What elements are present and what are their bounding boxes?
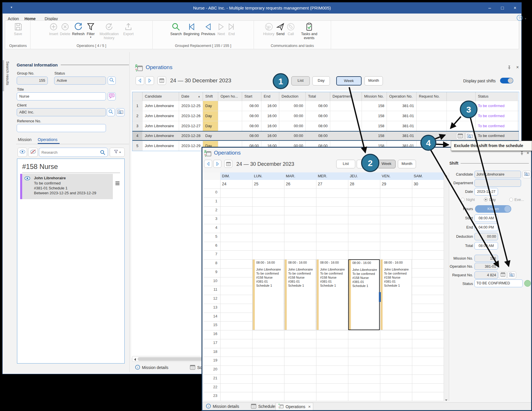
deduction-field[interactable]: 00:00 bbox=[474, 233, 498, 240]
search-results-collapsed-tab[interactable]: Search results bbox=[5, 61, 10, 85]
help-icon[interactable]: ? bbox=[516, 15, 523, 21]
ribbon-button-refresh[interactable]: Refresh bbox=[71, 22, 86, 37]
row-exclude-schedule-button[interactable] bbox=[466, 132, 474, 140]
calendar-picker-button[interactable] bbox=[157, 76, 166, 85]
result-card[interactable]: John Librehoraire To be confirmed #381-0… bbox=[20, 174, 113, 199]
table-row[interactable]: 2John Librehoraire2023-12-26Day08:0016:0… bbox=[132, 111, 519, 121]
maximize-button[interactable]: □ bbox=[496, 3, 509, 14]
status-search-button[interactable] bbox=[108, 77, 116, 85]
calendar-event[interactable]: 08:00 - 16:00John LibrehoraireTo be conf… bbox=[348, 259, 380, 330]
calendar-event[interactable]: 08:00 - 16:00John LibrehoraireTo be conf… bbox=[380, 259, 412, 330]
view-button-month[interactable]: Month bbox=[364, 76, 383, 85]
eye-icon[interactable] bbox=[24, 176, 31, 182]
show-button[interactable] bbox=[18, 148, 27, 157]
request-no-field[interactable]: 4 824 bbox=[474, 271, 498, 279]
minimize-button[interactable]: – bbox=[483, 3, 496, 14]
column-header-candidate[interactable]: Candidate bbox=[142, 92, 179, 101]
row-calendar-button[interactable] bbox=[456, 132, 464, 140]
date-field[interactable]: 2023-12-27 bbox=[474, 188, 498, 195]
ribbon-button-filter[interactable]: Filter▾ bbox=[86, 22, 96, 39]
filter-dropdown-button[interactable]: ▾ bbox=[110, 148, 125, 157]
column-header-mission-no-[interactable]: Mission No. bbox=[362, 92, 387, 101]
column-header-operation-no-[interactable]: Operation No. bbox=[387, 92, 417, 101]
request-calendar-button[interactable] bbox=[499, 271, 507, 279]
title-field[interactable]: Nurse bbox=[17, 92, 106, 100]
client-field[interactable]: ABC Inc. bbox=[17, 108, 106, 116]
group-no-field[interactable]: 155 bbox=[17, 77, 48, 85]
hide-button[interactable] bbox=[28, 148, 38, 157]
scroll-down-icon[interactable] bbox=[445, 397, 448, 403]
search-results-scrollbar[interactable] bbox=[3, 60, 4, 91]
view-button-week[interactable]: Week bbox=[377, 160, 396, 168]
pin-icon[interactable] bbox=[507, 65, 512, 71]
research-input[interactable] bbox=[39, 148, 108, 157]
column-header-blank[interactable] bbox=[447, 92, 476, 101]
next-period-button[interactable] bbox=[145, 76, 154, 85]
display-past-shifts-toggle[interactable] bbox=[500, 78, 513, 83]
column-header-department[interactable]: Department bbox=[330, 92, 362, 101]
column-header-end[interactable]: End bbox=[261, 92, 279, 101]
request-open-button[interactable] bbox=[508, 271, 516, 279]
ribbon-button-tasks-and-events[interactable]: Tasks and events bbox=[296, 22, 322, 41]
status-field[interactable]: Active bbox=[54, 77, 106, 85]
total-field[interactable]: 08:00 AM bbox=[474, 242, 498, 250]
status-field[interactable]: TO BE CONFIRMED bbox=[474, 279, 523, 287]
bottom-tab-schedules[interactable]: Schedules bbox=[248, 403, 279, 410]
client-open-button[interactable] bbox=[116, 108, 125, 116]
calendar-picker-button[interactable] bbox=[224, 160, 232, 168]
column-header-open-ho-[interactable]: Open ho... bbox=[218, 92, 242, 101]
candidate-field[interactable]: John Librehoraire bbox=[474, 171, 521, 178]
reference-no-field[interactable] bbox=[17, 124, 106, 132]
drag-handle-icon[interactable] bbox=[115, 181, 120, 187]
prev-period-button[interactable] bbox=[136, 76, 144, 85]
prev-period-button[interactable] bbox=[204, 160, 212, 168]
start-field[interactable]: 08:00 AM bbox=[474, 214, 498, 222]
next-period-button[interactable] bbox=[213, 160, 221, 168]
view-button-day[interactable]: Day bbox=[357, 160, 375, 168]
bottom-tab-mission-details[interactable]: iMission details bbox=[133, 364, 171, 371]
operation-no-field[interactable]: 381-01 bbox=[474, 263, 498, 270]
column-header-shift[interactable]: Shift bbox=[203, 92, 218, 101]
title-comment-button[interactable] bbox=[108, 92, 116, 100]
mission-no-field[interactable]: 158 bbox=[474, 255, 498, 262]
quick-access-icon[interactable]: ▾ bbox=[11, 5, 12, 9]
tab-mission[interactable]: Mission bbox=[18, 137, 31, 142]
table-row[interactable]: 3John Librehoraire2023-12-27Day08:0016:0… bbox=[132, 121, 519, 131]
department-field[interactable] bbox=[474, 179, 521, 187]
view-button-day[interactable]: Day bbox=[312, 76, 330, 85]
close-tab-icon[interactable]: × bbox=[308, 404, 311, 409]
radio-day[interactable] bbox=[484, 198, 488, 201]
hours-known-toggle[interactable]: Known bbox=[475, 205, 511, 213]
bottom-tab-operations[interactable]: Operations× bbox=[276, 403, 313, 410]
candidate-open-button[interactable] bbox=[522, 171, 531, 178]
column-header-date[interactable]: Date▲ bbox=[179, 92, 203, 101]
column-header-status[interactable]: Status bbox=[476, 92, 518, 101]
scroll-left-icon[interactable] bbox=[134, 357, 136, 362]
view-button-month[interactable]: Month bbox=[398, 160, 416, 168]
vertical-scrollbar[interactable] bbox=[444, 172, 448, 401]
calendar-event[interactable]: 08:00 - 16:00John LibrehoraireTo be conf… bbox=[252, 259, 284, 330]
close-panel-icon[interactable]: × bbox=[527, 151, 529, 156]
ribbon-button-previous[interactable]: Previous bbox=[200, 22, 216, 37]
bottom-tab-mission-details[interactable]: iMission details bbox=[204, 403, 242, 410]
calendar-event[interactable]: 08:00 - 16:00John LibrehoraireTo be conf… bbox=[316, 259, 348, 330]
ribbon-button-send[interactable]: Send bbox=[275, 22, 286, 37]
client-search-button[interactable] bbox=[107, 108, 115, 116]
column-header-deduction[interactable]: Deduction bbox=[279, 92, 306, 101]
table-row[interactable]: 4John Librehoraire2023-12-28Day08:0016:0… bbox=[132, 131, 519, 141]
search-icon[interactable] bbox=[100, 150, 105, 156]
column-header-start[interactable]: Start bbox=[242, 92, 261, 101]
column-header-request-no-[interactable]: Request No. bbox=[417, 92, 447, 101]
close-panel-icon[interactable]: × bbox=[516, 65, 519, 70]
view-button-list[interactable]: List bbox=[291, 76, 310, 85]
close-button[interactable]: × bbox=[509, 3, 521, 14]
ribbon-button-search[interactable]: Search bbox=[170, 22, 183, 37]
ribbon-button-beginning[interactable]: Beginning bbox=[183, 22, 200, 37]
view-button-week[interactable]: Week bbox=[336, 76, 362, 85]
table-row[interactable]: 1John Librehoraire2023-12-25Day08:0016:0… bbox=[132, 101, 519, 111]
chevron-down-icon[interactable]: ▾ bbox=[525, 17, 526, 20]
column-header-blank[interactable] bbox=[132, 92, 142, 101]
view-button-list[interactable]: List bbox=[336, 160, 355, 168]
radio-night[interactable] bbox=[461, 198, 465, 201]
calendar-event[interactable]: 08:00 - 16:00John LibrehoraireTo be conf… bbox=[284, 259, 316, 330]
